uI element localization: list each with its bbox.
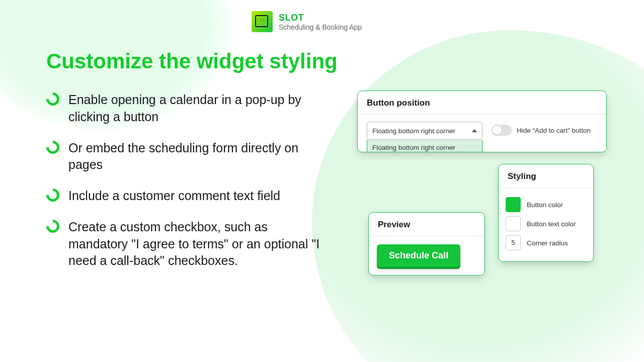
list-item-text: Enable opening a calendar in a pop-up by… [68,92,326,126]
slot-logo-icon: : : : [252,11,273,32]
card-styling: Styling Button color Button text color 5… [498,164,594,262]
button-color-label: Button color [527,201,563,209]
list-item: Create a custom checkbox, such as mandat… [46,219,326,269]
card-heading: Preview [369,213,485,236]
feature-list: Enable opening a calendar in a pop-up by… [46,92,326,284]
bullet-ring-icon [44,217,62,235]
page-title: Customize the widget styling [46,49,338,73]
select-option[interactable]: Floating bottom right corner [367,140,482,152]
list-item-text: Create a custom checkbox, such as mandat… [68,219,326,269]
bullet-ring-icon [44,90,62,109]
corner-radius-label: Corner radius [527,239,568,247]
brand: : : : SLOT Scheduling & Booking App [252,11,362,32]
chevron-up-icon [472,129,477,132]
button-position-select[interactable]: Floating bottom right corner Floating bo… [367,122,482,140]
text-color-swatch[interactable] [506,216,521,231]
brand-title: SLOT [279,13,362,23]
text-color-row: Button text color [506,216,586,231]
list-item-text: Or embed the scheduling form directly on… [68,140,326,174]
hide-add-to-cart-row: Hide “Add to cart” button [492,122,591,136]
hide-add-to-cart-toggle[interactable] [492,125,512,136]
select-dropdown: Floating bottom right corner Next add to… [367,140,482,152]
background-blob-bottom-right [312,30,644,362]
schedule-call-button[interactable]: Schedule Call [377,244,460,267]
select-field[interactable]: Floating bottom right corner [367,122,482,140]
list-item: Enable opening a calendar in a pop-up by… [46,92,326,126]
bullet-ring-icon [44,138,62,156]
button-color-swatch[interactable] [506,197,521,212]
card-button-position: Button position Floating bottom right co… [357,90,607,152]
corner-radius-row: 5 Corner radius [506,235,586,250]
card-heading: Styling [499,164,593,188]
button-color-row: Button color [506,197,586,212]
card-preview: Preview Schedule Call [368,212,485,276]
list-item: Include a customer comment text field [46,188,326,205]
card-heading: Button position [358,91,606,115]
bullet-ring-icon [44,186,62,205]
brand-text: SLOT Scheduling & Booking App [279,13,362,31]
select-value: Floating bottom right corner [372,127,455,135]
list-item-text: Include a customer comment text field [68,188,280,205]
corner-radius-input[interactable]: 5 [506,235,521,250]
toggle-label: Hide “Add to cart” button [517,127,591,134]
list-item: Or embed the scheduling form directly on… [46,140,326,174]
text-color-label: Button text color [527,220,576,228]
brand-subtitle: Scheduling & Booking App [279,23,362,31]
